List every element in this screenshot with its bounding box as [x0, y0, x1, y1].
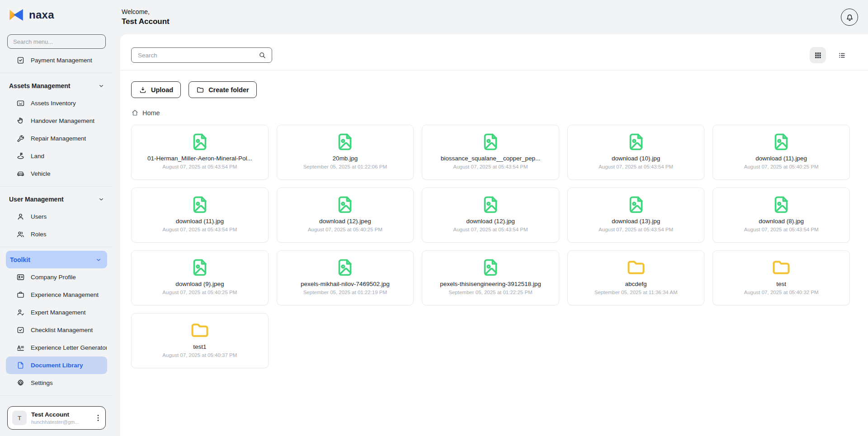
sidebar-item-label: Experience Management	[31, 291, 99, 298]
sidebar-item-vehicle[interactable]: Vehicle	[0, 165, 113, 183]
file-name: test	[776, 281, 786, 287]
sidebar-item-roles[interactable]: Roles	[0, 225, 113, 243]
sidebar-nav: Payment ManagementAssets ManagementAsset…	[0, 50, 113, 402]
create-folder-button[interactable]: Create folder	[189, 81, 256, 98]
file-card[interactable]: pexels-mikhail-nilov-7469502.jpgSeptembe…	[277, 250, 414, 305]
file-date: August 07, 2025 at 05:40:25 PM	[744, 164, 819, 169]
image-file-icon	[626, 195, 646, 215]
search-icon[interactable]	[258, 51, 266, 59]
sidebar-section-user-management[interactable]: User Management	[0, 190, 113, 208]
image-file-icon	[335, 132, 355, 152]
file-search-input[interactable]	[137, 52, 255, 59]
home-icon	[131, 109, 139, 117]
file-name: download (11).jpeg	[755, 155, 807, 162]
letter-generator-icon	[16, 343, 25, 352]
file-date: August 07, 2025 at 05:43:54 PM	[599, 227, 673, 232]
file-name: download (12).jpg	[466, 218, 514, 225]
sidebar-item-settings[interactable]: Settings	[0, 374, 113, 392]
image-file-icon	[481, 195, 500, 215]
upload-button[interactable]: Upload	[131, 81, 181, 98]
folder-card[interactable]: testAugust 07, 2025 at 05:40:32 PM	[712, 250, 850, 305]
inventory-card-icon	[16, 99, 25, 108]
main-area: Welcome, Test Account	[113, 0, 868, 436]
sidebar-section-toolkit[interactable]: Toolkit	[6, 251, 107, 268]
notifications-button[interactable]	[841, 9, 858, 26]
file-name: abcdefg	[625, 281, 647, 287]
avatar: T	[12, 411, 27, 425]
sidebar-search-input[interactable]	[7, 34, 106, 49]
user-meta: Test Account hunchhatester@gm...	[31, 411, 79, 425]
chevron-down-icon	[98, 82, 105, 89]
sidebar-item-label: Repair Management	[31, 135, 86, 142]
document-icon	[16, 361, 25, 370]
chevron-down-icon	[95, 256, 102, 263]
sidebar-divider	[0, 395, 113, 396]
file-name: 01-Herman_Miller-Aeron-Mineral-Pol...	[147, 155, 252, 162]
file-date: August 07, 2025 at 05:43:54 PM	[744, 227, 819, 232]
list-view-button[interactable]	[834, 47, 850, 63]
file-card[interactable]: download (13).jpgAugust 07, 2025 at 05:4…	[567, 188, 705, 243]
grid-view-icon	[814, 51, 822, 60]
file-search-box	[131, 47, 272, 63]
sidebar-item-experience-management[interactable]: Experience Management	[0, 286, 113, 304]
file-card[interactable]: 20mb.jpgSeptember 05, 2025 at 01:22:06 P…	[277, 125, 414, 180]
file-name: pexels-mikhail-nilov-7469502.jpg	[301, 281, 390, 287]
bell-icon	[845, 13, 854, 22]
sidebar-item-experience-letter-generator[interactable]: Experience Letter Generator	[0, 339, 113, 356]
view-toggles	[810, 47, 850, 63]
sidebar-item-assets-inventory[interactable]: Assets Inventory	[0, 94, 113, 112]
file-date: August 07, 2025 at 05:43:54 PM	[162, 227, 237, 232]
file-card[interactable]: download (11).jpgAugust 07, 2025 at 05:4…	[131, 188, 269, 243]
list-view-icon	[838, 51, 846, 60]
file-card[interactable]: download (8).jpgAugust 07, 2025 at 05:43…	[712, 188, 850, 243]
create-folder-button-label: Create folder	[208, 86, 249, 94]
file-card[interactable]: download (10).jpgAugust 07, 2025 at 05:4…	[567, 125, 705, 180]
sidebar-item-document-library[interactable]: Document Library	[6, 356, 107, 374]
sidebar-item-label: Experience Letter Generator	[31, 344, 107, 351]
file-card[interactable]: download (11).jpegAugust 07, 2025 at 05:…	[712, 125, 850, 180]
actions-row: Upload Create folder	[131, 81, 850, 98]
image-file-icon	[481, 132, 500, 152]
sidebar-item-label: Assets Inventory	[31, 100, 76, 107]
file-card[interactable]: 01-Herman_Miller-Aeron-Mineral-Pol...Aug…	[131, 125, 269, 180]
sidebar-item-label: Expert Management	[31, 309, 86, 316]
content-panel: Upload Create folder Home 01-Herman_Mill…	[120, 34, 868, 436]
sidebar-item-company-profile[interactable]: Company Profile	[0, 268, 113, 286]
file-card[interactable]: download (9).jpegAugust 07, 2025 at 05:4…	[131, 250, 269, 305]
kebab-menu-icon[interactable]	[94, 413, 103, 422]
sidebar-item-label: Roles	[31, 231, 47, 238]
grid-view-button[interactable]	[810, 47, 826, 63]
sidebar-item-land[interactable]: Land	[0, 147, 113, 165]
user-card[interactable]: T Test Account hunchhatester@gm...	[7, 406, 106, 430]
toolbar-row	[131, 47, 850, 63]
file-card[interactable]: download (12).jpegAugust 07, 2025 at 05:…	[277, 188, 414, 243]
file-name: biossance_squalane__copper_pep...	[441, 155, 541, 162]
file-date: August 07, 2025 at 05:43:54 PM	[453, 164, 528, 169]
file-name: download (12).jpeg	[319, 218, 371, 225]
sidebar-item-payment-management[interactable]: Payment Management	[0, 52, 113, 69]
file-card[interactable]: download (12).jpgAugust 07, 2025 at 05:4…	[422, 188, 559, 243]
welcome-text: Welcome,	[122, 8, 170, 15]
file-card[interactable]: pexels-thisisengineering-3912518.jpgSept…	[422, 250, 559, 305]
sidebar-item-checklist-management[interactable]: Checklist Management	[0, 321, 113, 339]
sidebar-item-expert-management[interactable]: Expert Management	[0, 304, 113, 321]
folder-card[interactable]: abcdefgSeptember 05, 2025 at 11:36:34 AM	[567, 250, 705, 305]
sidebar-item-handover-management[interactable]: Handover Management	[0, 112, 113, 130]
file-name: pexels-thisisengineering-3912518.jpg	[440, 281, 541, 287]
sidebar-item-repair-management[interactable]: Repair Management	[0, 130, 113, 147]
image-file-icon	[335, 258, 355, 277]
folder-outline-icon	[196, 86, 204, 94]
brand-logo: naxa	[0, 6, 113, 22]
file-card[interactable]: biossance_squalane__copper_pep...August …	[422, 125, 559, 180]
brand-mark-icon	[8, 8, 24, 22]
topbar: Welcome, Test Account	[113, 0, 868, 34]
sidebar-item-label: Document Library	[31, 362, 83, 369]
id-card-icon	[16, 273, 25, 281]
sidebar-section-assets-management[interactable]: Assets Management	[0, 77, 113, 94]
breadcrumb-home: Home	[142, 109, 160, 117]
car-icon	[16, 169, 25, 178]
folder-card[interactable]: test1August 07, 2025 at 05:40:37 PM	[131, 313, 269, 368]
sidebar-item-users[interactable]: Users	[0, 208, 113, 225]
upload-button-label: Upload	[151, 86, 173, 94]
breadcrumb[interactable]: Home	[131, 109, 160, 117]
